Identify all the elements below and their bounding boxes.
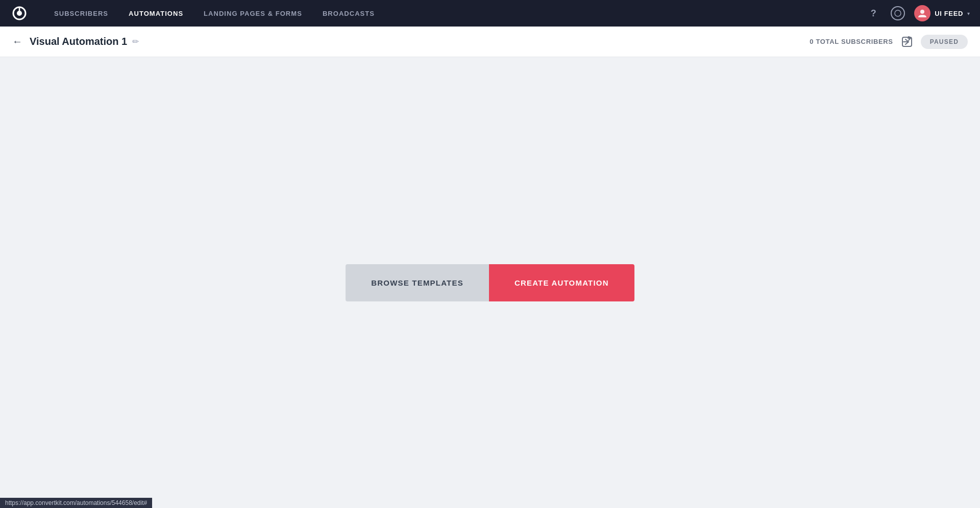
share-button[interactable] (901, 36, 913, 47)
svg-point-3 (895, 10, 901, 16)
create-automation-button[interactable]: CREATE AUTOMATION (489, 264, 634, 301)
subheader: ← Visual Automation 1 ✏ 0 TOTAL SUBSCRIB… (0, 27, 980, 57)
back-button[interactable]: ← (12, 36, 22, 47)
nav-subscribers[interactable]: SUBSCRIBERS (44, 0, 118, 27)
user-chevron-icon: ▾ (967, 11, 970, 16)
help-button[interactable]: ? (865, 5, 881, 21)
svg-point-4 (920, 10, 924, 14)
svg-point-2 (17, 11, 22, 16)
page-title: Visual Automation 1 (30, 36, 127, 47)
browse-templates-button[interactable]: BROWSE TEMPLATES (346, 264, 489, 301)
logo[interactable] (10, 4, 29, 22)
notifications-icon[interactable] (891, 6, 905, 20)
main-content: BROWSE TEMPLATES CREATE AUTOMATION (0, 57, 980, 508)
nav-links: SUBSCRIBERS AUTOMATIONS LANDING PAGES & … (44, 0, 865, 27)
nav-landing-pages[interactable]: LANDING PAGES & FORMS (193, 0, 312, 27)
action-buttons-group: BROWSE TEMPLATES CREATE AUTOMATION (346, 264, 634, 301)
avatar (914, 5, 930, 21)
subscribers-count: 0 TOTAL SUBSCRIBERS (810, 38, 893, 45)
top-navigation: SUBSCRIBERS AUTOMATIONS LANDING PAGES & … (0, 0, 980, 27)
subheader-right: 0 TOTAL SUBSCRIBERS PAUSED (810, 35, 968, 49)
status-url: https://app.convertkit.com/automations/5… (5, 499, 147, 506)
edit-title-icon[interactable]: ✏ (132, 37, 139, 46)
username-label: UI FEED (935, 10, 963, 17)
paused-toggle[interactable]: PAUSED (921, 35, 968, 49)
statusbar: https://app.convertkit.com/automations/5… (0, 498, 152, 508)
nav-broadcasts[interactable]: BROADCASTS (312, 0, 385, 27)
nav-automations[interactable]: AUTOMATIONS (118, 0, 193, 27)
user-menu[interactable]: UI FEED ▾ (914, 5, 970, 21)
nav-right: ? UI FEED ▾ (865, 5, 970, 21)
